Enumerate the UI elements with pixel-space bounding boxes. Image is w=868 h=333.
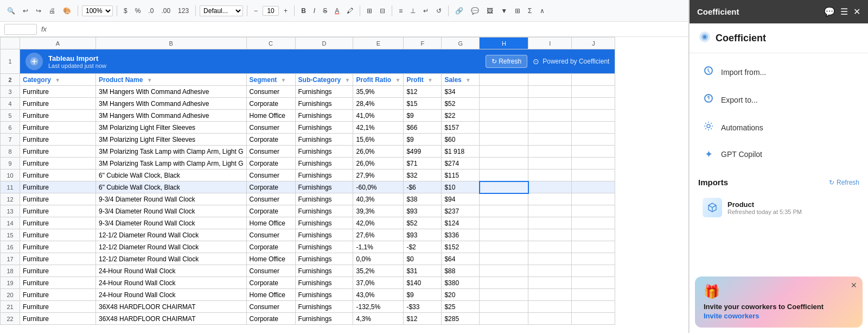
cell-r8-c4[interactable]: 26,0%: [353, 146, 404, 158]
col-header-A[interactable]: A: [20, 37, 96, 49]
cell-r17-c9[interactable]: [572, 253, 615, 265]
cell-r4-c3[interactable]: Furnishings: [295, 98, 353, 110]
header-profit-ratio[interactable]: Profit Ratio ▼: [353, 74, 404, 86]
cell-r14-c0[interactable]: Furniture: [20, 217, 96, 229]
cell-r10-c1[interactable]: 6" Cubicle Wall Clock, Black: [96, 169, 247, 181]
cell-r4-c9[interactable]: [572, 98, 615, 110]
cell-r15-c9[interactable]: [572, 229, 615, 241]
cell-r16-c9[interactable]: [572, 241, 615, 253]
cell-r3-c8[interactable]: [528, 86, 572, 98]
product-filter-icon[interactable]: ▼: [147, 77, 152, 83]
sales-filter-icon[interactable]: ▼: [465, 77, 471, 83]
cell-r16-c8[interactable]: [528, 241, 572, 253]
cell-r4-c5[interactable]: $15: [404, 98, 442, 110]
cell-r17-c6[interactable]: $64: [442, 253, 480, 265]
cell-r19-c2[interactable]: Corporate: [246, 277, 295, 289]
cell-r19-c3[interactable]: Furnishings: [295, 277, 353, 289]
cell-r15-c7[interactable]: [480, 229, 528, 241]
cell-r15-c8[interactable]: [528, 229, 572, 241]
strikethrough-button[interactable]: S: [320, 5, 330, 16]
cell-r9-c6[interactable]: $274: [442, 158, 480, 169]
cell-r8-c2[interactable]: Consumer: [246, 146, 295, 158]
cell-r6-c0[interactable]: Furniture: [20, 122, 96, 134]
cell-r5-c6[interactable]: $22: [442, 110, 480, 122]
cell-r8-c9[interactable]: [572, 146, 615, 158]
cell-r22-c2[interactable]: Corporate: [246, 313, 295, 325]
cell-r7-c5[interactable]: $9: [404, 134, 442, 146]
cell-r18-c4[interactable]: 35,2%: [353, 265, 404, 277]
cell-r4-c2[interactable]: Corporate: [246, 98, 295, 110]
cell-r13-c5[interactable]: $93: [404, 205, 442, 217]
header-profit[interactable]: Profit ▼: [404, 74, 442, 86]
profit-ratio-filter-icon[interactable]: ▼: [395, 77, 400, 83]
fill-color-button[interactable]: 🖍: [344, 5, 356, 16]
cell-r11-c9[interactable]: [572, 181, 615, 193]
search-button[interactable]: 🔍: [4, 5, 18, 16]
cell-r7-c0[interactable]: Furniture: [20, 134, 96, 146]
undo-button[interactable]: ↩: [20, 5, 31, 16]
category-filter-icon[interactable]: ▼: [55, 77, 60, 83]
sheet-table-wrapper[interactable]: A B C D E F G H I J 1: [0, 37, 688, 333]
cell-r3-c4[interactable]: 35,9%: [353, 86, 404, 98]
cell-r7-c8[interactable]: [528, 134, 572, 146]
header-subcategory[interactable]: Sub-Category ▼: [295, 74, 353, 86]
cell-r13-c7[interactable]: [480, 205, 528, 217]
zoom-select[interactable]: 100%: [82, 5, 113, 16]
cell-r7-c6[interactable]: $60: [442, 134, 480, 146]
cell-r16-c3[interactable]: Furnishings: [295, 241, 353, 253]
paint-format-button[interactable]: 🎨: [60, 5, 74, 16]
cell-r3-c1[interactable]: 3M Hangers With Command Adhesive: [96, 86, 247, 98]
cell-r8-c3[interactable]: Furnishings: [295, 146, 353, 158]
cell-r12-c7[interactable]: [480, 193, 528, 205]
cell-r5-c3[interactable]: Furnishings: [295, 110, 353, 122]
align-button[interactable]: ≡: [396, 5, 405, 16]
cell-r16-c2[interactable]: Corporate: [246, 241, 295, 253]
cell-r9-c7[interactable]: [480, 158, 528, 169]
cell-r12-c9[interactable]: [572, 193, 615, 205]
cell-r14-c1[interactable]: 9-3/4 Diameter Round Wall Clock: [96, 217, 247, 229]
cell-r4-c1[interactable]: 3M Hangers With Command Adhesive: [96, 98, 247, 110]
cell-r10-c8[interactable]: [528, 169, 572, 181]
cell-r17-c8[interactable]: [528, 253, 572, 265]
cell-r13-c9[interactable]: [572, 205, 615, 217]
refresh-button[interactable]: ↻ Refresh: [486, 55, 527, 68]
bold-button[interactable]: B: [298, 5, 309, 16]
cell-r5-c1[interactable]: 3M Hangers With Command Adhesive: [96, 110, 247, 122]
cell-r10-c4[interactable]: 27,9%: [353, 169, 404, 181]
cell-r21-c2[interactable]: Consumer: [246, 301, 295, 313]
cell-r19-c1[interactable]: 24-Hour Round Wall Clock: [96, 277, 247, 289]
segment-filter-icon[interactable]: ▼: [281, 77, 286, 83]
cell-r18-c8[interactable]: [528, 265, 572, 277]
cell-r10-c9[interactable]: [572, 169, 615, 181]
cell-r21-c5[interactable]: -$33: [404, 301, 442, 313]
cell-r12-c1[interactable]: 9-3/4 Diameter Round Wall Clock: [96, 193, 247, 205]
cell-r4-c8[interactable]: [528, 98, 572, 110]
cell-r6-c7[interactable]: [480, 122, 528, 134]
cell-r9-c8[interactable]: [528, 158, 572, 169]
cell-r10-c2[interactable]: Consumer: [246, 169, 295, 181]
sidebar-item-gpt[interactable]: ✦ GPT Copilot: [694, 142, 864, 167]
cell-r12-c6[interactable]: $94: [442, 193, 480, 205]
cell-r8-c7[interactable]: [480, 146, 528, 158]
link-button[interactable]: 🔗: [452, 5, 466, 16]
cell-r19-c7[interactable]: [480, 277, 528, 289]
cell-r3-c5[interactable]: $12: [404, 86, 442, 98]
imports-refresh-button[interactable]: ↻ Refresh: [829, 179, 859, 186]
cell-r13-c0[interactable]: Furniture: [20, 205, 96, 217]
col-header-B[interactable]: B: [96, 37, 247, 49]
cell-r14-c7[interactable]: [480, 217, 528, 229]
cell-r14-c3[interactable]: Furnishings: [295, 217, 353, 229]
cell-r21-c1[interactable]: 36X48 HARDFLOOR CHAIRMAT: [96, 301, 247, 313]
col-header-J[interactable]: J: [572, 37, 615, 49]
cell-r20-c3[interactable]: Furnishings: [295, 289, 353, 301]
functions-button[interactable]: Σ: [525, 5, 534, 16]
cell-r8-c6[interactable]: $1 918: [442, 146, 480, 158]
sidebar-item-automations[interactable]: Automations: [694, 114, 864, 141]
cell-r20-c0[interactable]: Furniture: [20, 289, 96, 301]
cell-r5-c8[interactable]: [528, 110, 572, 122]
filter-button[interactable]: ▼: [498, 5, 510, 16]
font-select[interactable]: Defaul...: [200, 5, 243, 16]
cell-r10-c0[interactable]: Furniture: [20, 169, 96, 181]
cell-r18-c2[interactable]: Consumer: [246, 265, 295, 277]
cell-r17-c5[interactable]: $0: [404, 253, 442, 265]
